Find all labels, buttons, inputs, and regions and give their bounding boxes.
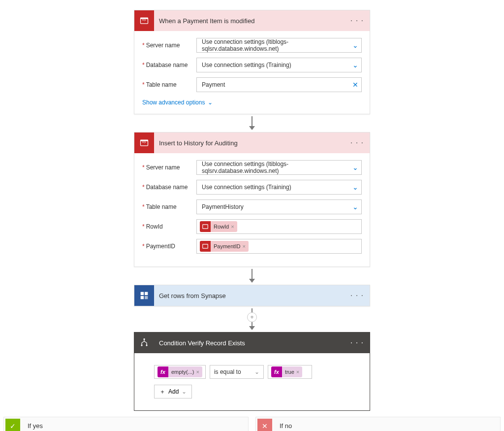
chevron-down-icon: ⌄ [208,99,213,106]
chevron-down-icon: ⌄ [352,203,358,211]
chevron-down-icon: ⌄ [352,41,358,49]
paymentid-token[interactable]: PaymentID× [200,241,249,252]
flow-arrow [249,116,255,130]
condition-left-input[interactable]: fx empty(...)× [154,365,206,379]
svg-rect-9 [145,292,148,295]
database-name-select[interactable]: Use connection settings (Training) ⌄ [196,58,362,72]
insert-history-card: SQL Insert to History for Auditing · · ·… [134,132,370,267]
if-yes-label: If yes [28,422,43,430]
condition-icon [134,332,154,353]
server-name-label: *Server name [142,164,196,171]
get-rows-title: Get rows from Synapse [159,292,346,299]
database-name-label: *Database name [142,184,196,191]
get-rows-card[interactable]: Get rows from Synapse · · · [134,285,370,306]
fx-icon: fx [271,366,282,377]
table-name-label: *Table name [142,203,196,210]
remove-token-icon[interactable]: × [231,224,234,230]
chevron-down-icon: ⌄ [352,183,358,191]
get-rows-header[interactable]: Get rows from Synapse · · · [134,285,370,306]
flow-arrow: + [247,308,257,330]
remove-token-icon[interactable]: × [196,369,199,375]
chevron-down-icon: ⌄ [352,164,358,171]
paymentid-label: *PaymentID [142,243,196,250]
svg-rect-10 [141,296,144,299]
server-name-select[interactable]: Use connection settings (ltiblogs-sqlsrv… [196,38,362,53]
database-name-select[interactable]: Use connection settings (Training) ⌄ [196,180,362,195]
svg-rect-11 [145,296,148,299]
condition-card: Condition Verify Record Exists · · · fx … [134,332,370,411]
server-name-select[interactable]: Use connection settings (ltiblogs-sqlsrv… [196,160,362,175]
rowid-label: *RowId [142,223,196,230]
svg-rect-7 [203,244,208,248]
if-no-branch: ✕ If no Update Payment Comments · · · Ad… [255,417,501,431]
chevron-down-icon: ⌄ [254,368,259,375]
svg-text:SQL: SQL [142,141,147,143]
plus-icon: ＋ [159,388,165,396]
show-advanced-options-link[interactable]: Show advanced options ⌄ [142,99,213,106]
chevron-down-icon: ⌄ [182,388,187,395]
remove-token-icon[interactable]: × [296,369,299,375]
rowid-input[interactable]: RowId× [196,219,362,234]
condition-branches: ✓ If yes Insert Payment Comments · · · A… [3,417,501,431]
remove-token-icon[interactable]: × [242,243,245,249]
if-yes-branch: ✓ If yes Insert Payment Comments · · · A… [3,417,249,431]
insert-history-title: Insert to History for Auditing [159,139,346,147]
sql-icon: SQL [134,10,154,31]
clear-icon[interactable]: ✕ [352,81,358,89]
paymentid-input[interactable]: PaymentID× [196,239,362,254]
insert-history-header[interactable]: SQL Insert to History for Auditing · · · [134,133,370,153]
svg-rect-8 [141,292,144,295]
expression-token[interactable]: fx empty(...)× [158,366,202,377]
more-menu-icon[interactable]: · · · [350,291,364,300]
server-name-label: *Server name [142,42,196,49]
flow-arrow [249,269,255,283]
table-name-input[interactable]: Payment ✕ [196,77,362,92]
svg-text:SQL: SQL [142,19,147,21]
table-name-label: *Table name [142,81,196,88]
sql-icon [200,221,211,232]
svg-point-12 [144,339,145,340]
fx-icon: fx [158,366,168,377]
condition-right-input[interactable]: fx true× [268,365,312,379]
synapse-icon [134,285,154,306]
add-condition-button[interactable]: ＋ Add ⌄ [154,385,192,398]
more-menu-icon[interactable]: · · · [350,338,364,347]
check-icon: ✓ [5,419,20,431]
expression-token[interactable]: fx true× [271,366,302,377]
rowid-token[interactable]: RowId× [200,221,237,232]
more-menu-icon[interactable]: · · · [350,16,364,25]
svg-point-14 [146,345,147,346]
sql-icon: SQL [134,133,154,153]
more-menu-icon[interactable]: · · · [350,138,364,147]
svg-point-13 [141,345,142,346]
trigger-card: SQL When a Payment Item is modified · · … [134,10,370,114]
trigger-title: When a Payment Item is modified [159,17,346,25]
database-name-label: *Database name [142,62,196,68]
condition-title: Condition Verify Record Exists [159,339,346,347]
trigger-header[interactable]: SQL When a Payment Item is modified · · … [134,10,370,31]
if-no-label: If no [280,422,292,430]
condition-header[interactable]: Condition Verify Record Exists · · · [134,332,370,353]
sql-icon [200,241,211,252]
condition-operator-select[interactable]: is equal to ⌄ [210,365,264,379]
add-step-button[interactable]: + [247,312,257,322]
chevron-down-icon: ⌄ [352,61,358,69]
close-icon: ✕ [257,419,272,431]
svg-rect-6 [203,225,208,229]
table-name-select[interactable]: PaymentHistory ⌄ [196,199,362,214]
